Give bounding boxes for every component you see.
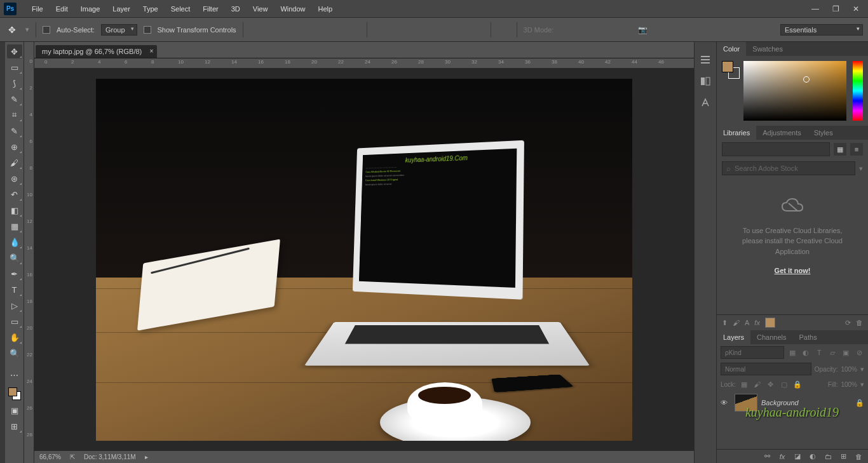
history-panel-icon[interactable] [699,53,712,66]
menu-edit[interactable]: Edit [50,5,74,13]
close-tab-icon[interactable]: × [149,48,153,55]
rectangle-tool[interactable]: ▭ [7,314,22,328]
distribute-hcenter-icon[interactable]: Ⅲ [452,23,465,36]
menu-image[interactable]: Image [74,5,107,13]
layer-name[interactable]: Background [761,399,851,406]
doc-info-caret[interactable]: ▸ [145,453,148,460]
menu-select[interactable]: Select [165,5,197,13]
lib-char-icon[interactable]: A [745,319,749,326]
fill-value[interactable]: 100% [841,381,857,388]
lock-pos-icon[interactable]: ✥ [766,379,776,389]
distribute-bottom-icon[interactable]: ≡ [414,23,427,36]
3d-roll-icon[interactable]: ⊛ [579,23,592,36]
link-layers-icon[interactable]: ⚯ [761,452,773,460]
layer-mask-icon[interactable]: ◪ [792,452,803,460]
zoom-tool[interactable]: 🔍 [7,346,22,360]
close-button[interactable]: ✕ [848,3,864,15]
quick-select-tool[interactable]: ✎ [7,92,22,106]
filter-smart-icon[interactable]: ▣ [841,347,851,358]
export-icon[interactable]: ⇱ [70,453,75,460]
3d-pan-icon[interactable]: ✥ [598,23,611,36]
hand-tool[interactable]: ✋ [7,330,22,344]
layer-group-icon[interactable]: 🗀 [822,453,834,460]
stock-search-input[interactable]: ⌕ Search Adobe Stock [722,161,855,175]
move-tool[interactable]: ✥ [7,44,22,58]
new-layer-icon[interactable]: ⊞ [837,452,849,460]
menu-file[interactable]: File [25,5,50,13]
lasso-tool[interactable]: ⟆ [7,76,22,90]
pen-tool[interactable]: ✒ [7,267,22,281]
filter-toggle[interactable]: ⊘ [854,347,864,358]
color-fgbg-swatch[interactable] [722,61,740,79]
align-right-icon[interactable]: ⊣ [345,23,358,36]
adjustment-layer-icon[interactable]: ◐ [807,452,818,460]
menu-filter[interactable]: Filter [196,5,224,13]
color-swatches[interactable] [7,386,22,401]
type-tool[interactable]: T [7,283,22,297]
lib-trash-icon[interactable]: 🗑 [856,319,863,326]
dodge-tool[interactable]: 🔍 [7,251,22,265]
visibility-icon[interactable]: 👁 [721,399,731,406]
lock-artboard-icon[interactable]: ▢ [779,379,789,389]
align-vcenter-icon[interactable]: ╪ [269,23,281,36]
menu-3d[interactable]: 3D [225,5,247,13]
align-bottom-icon[interactable]: ⊥ [288,23,301,36]
menu-help[interactable]: Help [312,5,339,13]
lock-icon[interactable]: 🔒 [855,399,864,407]
clone-stamp-tool[interactable]: ⊛ [7,171,22,185]
tab-adjustments[interactable]: Adjustments [756,126,808,140]
layer-filter-dropdown[interactable]: ρ Kind [721,346,784,359]
lib-sync-icon[interactable]: ⟳ [845,319,851,327]
align-top-icon[interactable]: ⊤ [250,23,262,36]
minimize-button[interactable]: — [807,3,824,15]
blur-tool[interactable]: 💧 [7,235,22,249]
distribute-right-icon[interactable]: Ⅲ [471,23,484,36]
marquee-tool[interactable]: ▭ [7,60,22,74]
filter-pixel-icon[interactable]: ▦ [787,347,797,358]
properties-panel-icon[interactable] [699,75,712,88]
edit-toolbar[interactable]: ⋯ [7,368,22,382]
list-view-icon[interactable]: ≡ [850,143,863,156]
path-select-tool[interactable]: ▷ [7,299,22,312]
3d-orbit-icon[interactable]: ⟲ [560,23,573,36]
layer-background[interactable]: 👁 Background 🔒 [717,391,868,414]
layer-thumbnail[interactable] [735,394,757,412]
character-panel-icon[interactable] [699,97,712,109]
tab-color[interactable]: Color [717,42,746,56]
tab-styles[interactable]: Styles [808,126,839,140]
lock-all-icon[interactable]: 🔒 [792,379,803,389]
brush-tool[interactable]: 🖌 [7,156,22,170]
show-transform-checkbox[interactable] [144,26,151,34]
gradient-tool[interactable]: ▦ [7,219,22,233]
layer-fx-icon[interactable]: fx [776,453,788,460]
blend-mode-dropdown[interactable]: Normal [721,363,811,375]
menu-window[interactable]: Window [274,5,311,13]
auto-select-checkbox[interactable] [43,26,50,34]
hue-slider[interactable] [853,61,863,121]
cc-get-link[interactable]: Get it now! [729,265,855,276]
grid-view-icon[interactable]: ▦ [834,143,846,156]
filter-type-icon[interactable]: T [814,347,824,358]
menu-view[interactable]: View [247,5,275,13]
history-brush-tool[interactable]: ↶ [7,187,22,201]
color-spectrum[interactable] [743,61,846,121]
lock-paint-icon[interactable]: 🖌 [752,379,763,389]
lib-fx-icon[interactable]: fx [754,319,760,326]
tab-channels[interactable]: Channels [750,330,792,344]
menu-layer[interactable]: Layer [106,5,137,13]
menu-type[interactable]: Type [137,5,165,13]
align-left-icon[interactable]: ⊢ [307,23,320,36]
align-hcenter-icon[interactable]: ╫ [326,23,339,36]
filter-shape-icon[interactable]: ▱ [827,347,837,358]
auto-align-icon[interactable]: ⊞ [498,23,510,36]
auto-select-dropdown[interactable]: Group [101,24,137,36]
tab-swatches[interactable]: Swatches [746,42,789,56]
delete-layer-icon[interactable]: 🗑 [853,453,864,460]
3d-zoom-icon[interactable]: 📷 [636,23,649,36]
eyedropper-tool[interactable]: ✎ [7,124,22,138]
library-dropdown[interactable] [722,142,830,156]
eraser-tool[interactable]: ◧ [7,203,22,217]
screen-mode-toggle[interactable]: ⊞ [7,419,22,433]
distribute-top-icon[interactable]: ≡ [376,23,389,36]
workspace-dropdown[interactable]: Essentials [780,24,863,36]
